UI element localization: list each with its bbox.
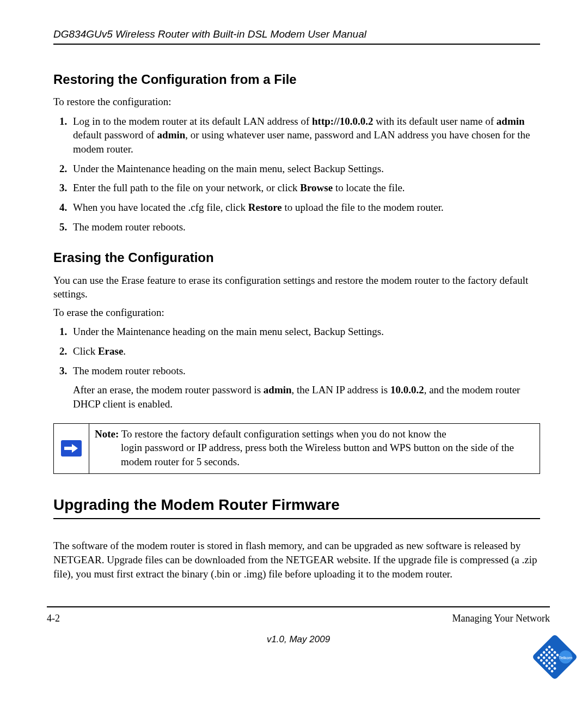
erase-steps-list: Under the Maintenance heading on the mai… (53, 325, 540, 411)
post-erase-ip: 10.0.0.2 (390, 384, 424, 395)
erase-step-3: The modem router reboots. After an erase… (70, 364, 540, 411)
post-erase-password: admin (264, 384, 292, 395)
erase-step-3-sub: After an erase, the modem router passwor… (73, 383, 540, 411)
restore-intro: To restore the configuration: (53, 95, 540, 109)
erase-label: Erase (98, 345, 123, 357)
note-box: Note: To restore the factory default con… (53, 423, 540, 474)
text-fragment: to upload the file to the modem router. (282, 202, 444, 213)
note-icon-cell (54, 424, 89, 473)
version-date: v1.0, May 2009 (47, 634, 550, 646)
text-fragment: When you have located the .cfg file, cli… (73, 202, 248, 213)
telkom-logo-icon: Telkom (531, 630, 578, 684)
restore-label: Restore (248, 202, 282, 213)
running-header: DG834GUv5 Wireless Router with Built-in … (53, 27, 540, 45)
note-body-rest: login password or IP address, press both… (95, 441, 533, 468)
note-label: Note: (95, 428, 119, 440)
document-page: DG834GUv5 Wireless Router with Built-in … (0, 0, 588, 706)
erase-intro-paragraph: You can use the Erase feature to erase i… (53, 273, 540, 301)
heading-restoring: Restoring the Configuration from a File (53, 71, 540, 88)
heading-upgrading: Upgrading the Modem Router Firmware (53, 495, 540, 520)
erase-intro: To erase the configuration: (53, 306, 540, 320)
page-footer: 4-2 Managing Your Network v1.0, May 2009 (47, 606, 550, 646)
erase-step-1: Under the Maintenance heading on the mai… (70, 325, 540, 339)
text-fragment: . (123, 345, 126, 357)
arrow-right-icon (61, 440, 82, 457)
svg-marker-0 (64, 444, 78, 453)
text-fragment: default password of (73, 129, 157, 141)
note-text: Note: To restore the factory default con… (89, 424, 540, 473)
text-fragment: Click (73, 345, 98, 357)
text-fragment: The modem router reboots. (73, 365, 186, 376)
restore-step-2: Under the Maintenance heading on the mai… (70, 162, 540, 176)
restore-step-1: Log in to the modem router at its defaul… (70, 114, 540, 156)
text-fragment: with its default user name of (373, 115, 496, 127)
heading-erasing: Erasing the Configuration (53, 249, 540, 266)
restore-steps-list: Log in to the modem router at its defaul… (53, 114, 540, 234)
upgrade-body: The software of the modem router is stor… (53, 539, 540, 581)
default-lan-url: http://10.0.0.2 (312, 115, 373, 127)
restore-step-4: When you have located the .cfg file, cli… (70, 200, 540, 215)
svg-text:Telkom: Telkom (559, 655, 573, 660)
chapter-title: Managing Your Network (452, 612, 550, 625)
text-fragment: After an erase, the modem router passwor… (73, 384, 264, 395)
default-password: admin (157, 129, 186, 141)
note-first-line: To restore the factory default configura… (119, 428, 446, 440)
restore-step-3: Enter the full path to the file on your … (70, 181, 540, 195)
text-fragment: , the LAN IP address is (292, 384, 390, 395)
browse-label: Browse (300, 182, 333, 193)
default-username: admin (497, 115, 525, 127)
restore-step-5: The modem router reboots. (70, 220, 540, 234)
erase-step-2: Click Erase. (70, 344, 540, 358)
text-fragment: Log in to the modem router at its defaul… (73, 115, 312, 127)
page-number: 4-2 (47, 612, 60, 625)
text-fragment: Enter the full path to the file on your … (73, 182, 300, 193)
text-fragment: to locate the file. (333, 182, 405, 193)
